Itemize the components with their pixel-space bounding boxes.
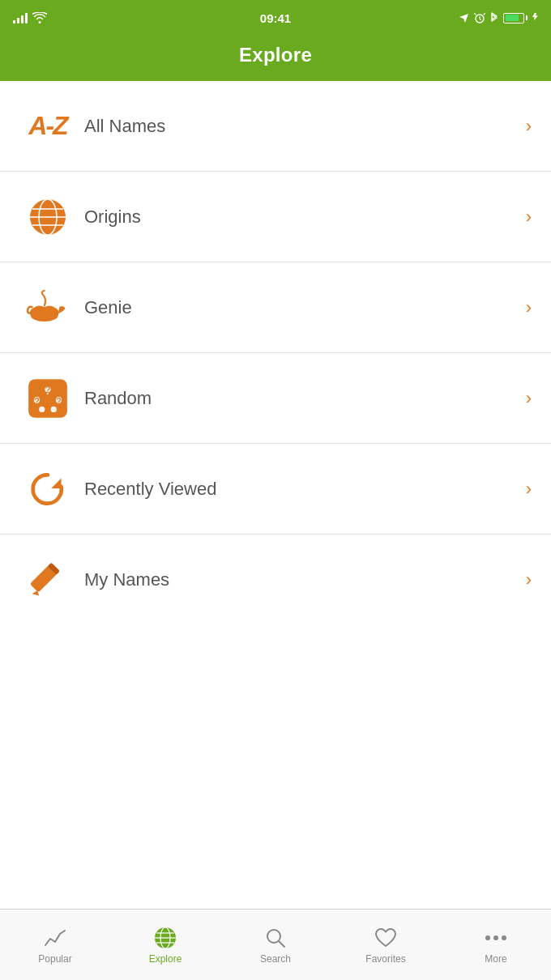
origins-chevron: › bbox=[526, 207, 532, 228]
random-chevron: › bbox=[526, 388, 532, 409]
tab-popular-label: Popular bbox=[38, 953, 71, 965]
page-title: Explore bbox=[239, 44, 312, 66]
status-time: 09:41 bbox=[260, 11, 291, 25]
my-names-label: My Names bbox=[84, 569, 526, 590]
app-header: Explore bbox=[0, 36, 551, 81]
tab-explore[interactable]: Explore bbox=[110, 910, 220, 980]
svg-point-30 bbox=[485, 935, 490, 940]
menu-list: A-Z All Names › Origins › bbox=[0, 81, 551, 909]
tab-bar: Popular Explore Search bbox=[0, 909, 551, 980]
svg-line-29 bbox=[279, 941, 284, 947]
menu-item-genie[interactable]: Genie › bbox=[0, 262, 551, 353]
menu-item-all-names[interactable]: A-Z All Names › bbox=[0, 81, 551, 172]
status-left bbox=[13, 12, 47, 23]
recently-viewed-chevron: › bbox=[526, 479, 532, 500]
menu-item-recently-viewed[interactable]: Recently Viewed › bbox=[0, 444, 551, 535]
location-icon bbox=[459, 13, 469, 23]
tab-favorites-label: Favorites bbox=[365, 953, 405, 965]
battery-icon bbox=[503, 13, 528, 23]
svg-point-14 bbox=[39, 406, 45, 411]
tab-more[interactable]: More bbox=[441, 910, 551, 980]
alarm-icon bbox=[474, 12, 485, 23]
wifi-icon bbox=[32, 12, 47, 23]
refresh-icon bbox=[19, 467, 76, 512]
signal-bars-icon bbox=[13, 12, 28, 23]
tab-search-label: Search bbox=[260, 953, 291, 965]
svg-point-32 bbox=[502, 935, 506, 940]
svg-text:?: ? bbox=[56, 396, 62, 406]
svg-point-15 bbox=[51, 406, 57, 411]
tab-more-label: More bbox=[485, 953, 506, 965]
genie-chevron: › bbox=[526, 297, 532, 318]
status-bar: 09:41 bbox=[0, 0, 551, 36]
pencil-icon bbox=[19, 557, 76, 603]
status-right bbox=[459, 12, 538, 23]
lamp-icon bbox=[19, 285, 76, 330]
chart-icon bbox=[43, 926, 67, 950]
menu-item-origins[interactable]: Origins › bbox=[0, 172, 551, 262]
az-icon: A-Z bbox=[19, 111, 76, 141]
dice-icon: ? ? ? ? ? ? bbox=[19, 376, 76, 421]
globe-tab-icon bbox=[153, 926, 177, 950]
tab-favorites[interactable]: Favorites bbox=[331, 910, 441, 980]
globe-icon bbox=[19, 194, 76, 240]
heart-icon bbox=[374, 926, 398, 950]
my-names-chevron: › bbox=[526, 569, 532, 590]
svg-text:?: ? bbox=[45, 384, 51, 394]
charging-icon bbox=[532, 13, 538, 23]
dots-icon bbox=[484, 926, 508, 950]
origins-label: Origins bbox=[84, 207, 526, 228]
tab-search[interactable]: Search bbox=[220, 910, 331, 980]
tab-popular[interactable]: Popular bbox=[0, 910, 110, 980]
menu-item-my-names[interactable]: My Names › bbox=[0, 535, 551, 625]
search-icon bbox=[263, 926, 288, 950]
menu-item-random[interactable]: ? ? ? ? ? ? Random › bbox=[0, 353, 551, 444]
bluetooth-icon bbox=[490, 12, 498, 23]
all-names-label: All Names bbox=[84, 116, 526, 137]
svg-marker-19 bbox=[51, 478, 61, 488]
genie-label: Genie bbox=[84, 297, 526, 318]
svg-point-31 bbox=[493, 935, 498, 940]
all-names-chevron: › bbox=[526, 116, 532, 137]
recently-viewed-label: Recently Viewed bbox=[84, 479, 526, 500]
svg-text:?: ? bbox=[34, 396, 40, 406]
tab-explore-label: Explore bbox=[149, 953, 182, 965]
random-label: Random bbox=[84, 388, 526, 409]
